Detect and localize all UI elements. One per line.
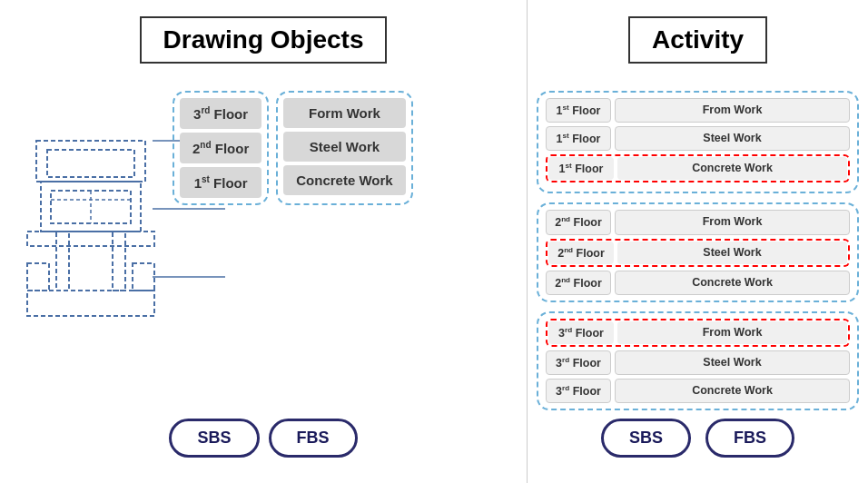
floor-3rd: 3rd Floor <box>180 98 261 129</box>
act-work-3-2: Steel Work <box>615 350 850 375</box>
act-floor-1-2: 1st Floor <box>546 126 611 151</box>
act-floor-3-1: 3rd Floor <box>548 321 614 344</box>
act-work-3-1: From Work <box>617 321 847 344</box>
act-work-2-1: From Work <box>615 210 850 234</box>
act-work-1-1: From Work <box>615 98 850 123</box>
act-floor-3-3: 3rd Floor <box>546 379 611 403</box>
activity-row-2-2-highlighted: 2nd Floor Steel Work <box>546 239 850 267</box>
floor-2nd: 2nd Floor <box>180 133 261 163</box>
activity-row-1-3-highlighted: 1st Floor Concrete Work <box>546 154 850 182</box>
act-work-1-2: Steel Work <box>615 126 850 151</box>
svg-rect-9 <box>47 150 134 177</box>
main-container: Drawing Objects <box>0 0 868 483</box>
act-floor-1-1: 1st Floor <box>546 98 611 123</box>
svg-rect-1 <box>27 263 49 291</box>
activity-group-1: 1st Floor From Work 1st Floor Steel Work… <box>537 91 859 193</box>
activity-row-3-2: 3rd Floor Steel Work <box>546 350 850 375</box>
activity-content: 1st Floor From Work 1st Floor Steel Work… <box>537 91 859 419</box>
activity-group-3: 3rd Floor From Work 3rd Floor Steel Work… <box>537 311 859 410</box>
fbs-button-right[interactable]: FBS <box>705 419 794 458</box>
right-panel: Activity 1st Floor From Work 1st Floor S… <box>527 0 868 483</box>
act-work-2-2: Steel Work <box>617 242 847 264</box>
fbs-column: Form Work Steel Work Concrete Work <box>276 91 412 205</box>
sbs-button-left[interactable]: SBS <box>169 419 259 458</box>
drawing-objects-title: Drawing Objects <box>140 16 388 64</box>
activity-group-2: 2nd Floor From Work 2nd Floor Steel Work… <box>537 202 859 301</box>
work-form: Form Work <box>283 98 405 128</box>
act-floor-3-2: 3rd Floor <box>546 350 611 375</box>
activity-row-3-1-highlighted: 3rd Floor From Work <box>546 319 850 347</box>
floor-1st: 1st Floor <box>180 167 261 198</box>
act-floor-1-3: 1st Floor <box>548 157 614 180</box>
activity-row-2-1: 2nd Floor From Work <box>546 210 850 234</box>
activity-row-2-3: 2nd Floor Concrete Work <box>546 271 850 295</box>
svg-rect-3 <box>56 232 69 291</box>
activity-row-1-2: 1st Floor Steel Work <box>546 126 850 151</box>
sbs-button-right[interactable]: SBS <box>601 419 691 458</box>
act-work-3-3: Concrete Work <box>615 379 850 403</box>
svg-rect-2 <box>133 263 154 291</box>
left-panel: Drawing Objects <box>0 0 527 483</box>
act-floor-2-2: 2nd Floor <box>548 242 614 264</box>
svg-rect-5 <box>27 232 154 246</box>
work-concrete: Concrete Work <box>283 165 405 195</box>
sbs-column: 3rd Floor 2nd Floor 1st Floor <box>173 91 269 205</box>
sbs-fbs-right: SBS FBS <box>528 419 868 458</box>
building-illustration <box>18 82 163 336</box>
act-floor-2-1: 2nd Floor <box>546 210 611 234</box>
activity-title: Activity <box>628 16 767 64</box>
act-work-1-3: Concrete Work <box>617 157 847 180</box>
activity-row-1-1: 1st Floor From Work <box>546 98 850 123</box>
act-floor-2-3: 2nd Floor <box>546 271 611 295</box>
svg-rect-4 <box>113 232 125 291</box>
work-steel: Steel Work <box>283 132 405 162</box>
fbs-button-left[interactable]: FBS <box>269 419 358 458</box>
sbs-fbs-left: SBS FBS <box>0 419 527 458</box>
act-work-2-3: Concrete Work <box>615 271 850 295</box>
svg-rect-8 <box>36 141 145 182</box>
svg-rect-0 <box>27 291 154 316</box>
drawing-content: 3rd Floor 2nd Floor 1st Floor Form Work … <box>173 91 413 205</box>
activity-row-3-3: 3rd Floor Concrete Work <box>546 379 850 403</box>
